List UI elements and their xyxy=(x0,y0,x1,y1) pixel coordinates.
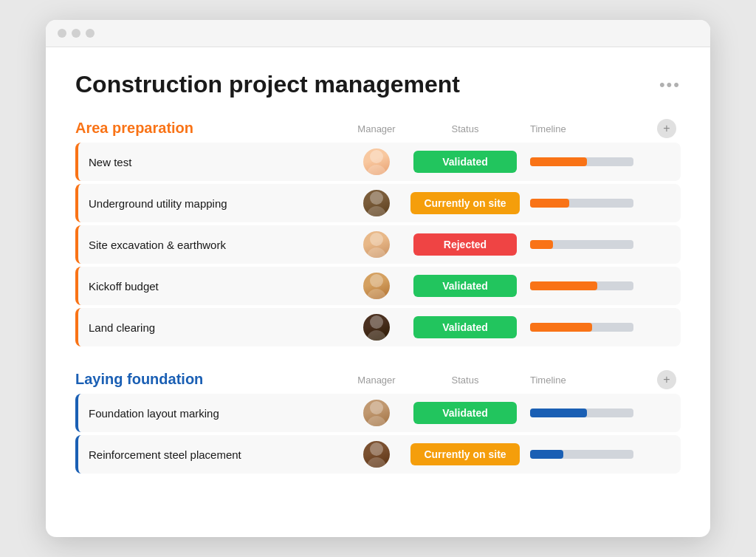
timeline-bar-bg xyxy=(530,281,633,290)
status-cell: Rejected xyxy=(406,233,524,256)
timeline-bar-fill xyxy=(530,240,553,249)
avatar-head xyxy=(370,274,383,287)
add-task-button-area-preparation[interactable]: + xyxy=(657,119,676,138)
avatar xyxy=(363,148,390,175)
status-badge: Validated xyxy=(413,316,517,338)
manager-cell xyxy=(347,400,406,426)
avatar-body xyxy=(367,457,386,468)
status-badge: Rejected xyxy=(413,233,517,256)
manager-cell xyxy=(347,441,406,468)
avatar-body xyxy=(367,289,386,299)
avatar-body xyxy=(367,330,386,341)
section-title-area-preparation: Area preparation xyxy=(75,120,347,138)
timeline-cell xyxy=(524,157,657,166)
task-name: Foundation layout marking xyxy=(78,407,347,420)
col-timeline-label: Timeline xyxy=(524,123,657,134)
timeline-bar-bg xyxy=(530,157,633,166)
timeline-cell xyxy=(524,323,657,332)
avatar-head xyxy=(370,191,383,205)
status-badge: Validated xyxy=(413,151,517,173)
table-row[interactable]: Site excavation & earthworkRejected xyxy=(75,225,681,264)
task-name: New test xyxy=(78,156,347,168)
section-title-laying-foundation: Laying foundation xyxy=(75,371,347,389)
avatar-body xyxy=(367,165,386,175)
avatar xyxy=(363,314,390,341)
col-status-label: Status xyxy=(406,123,524,134)
manager-cell xyxy=(347,148,406,175)
avatar-body xyxy=(367,206,386,216)
manager-cell xyxy=(347,314,406,341)
manager-cell xyxy=(347,190,406,216)
page-title: Construction project management xyxy=(75,71,460,98)
section-laying-foundation: Laying foundationManagerStatusTimeline+F… xyxy=(75,370,681,474)
timeline-cell xyxy=(524,240,657,249)
avatar-head xyxy=(370,150,383,163)
status-cell: Validated xyxy=(406,316,524,338)
status-cell: Currently on site xyxy=(406,192,524,214)
timeline-cell xyxy=(524,199,657,208)
section-area-preparation: Area preparationManagerStatusTimeline+Ne… xyxy=(75,119,681,346)
table-row[interactable]: Underground utility mappingCurrently on … xyxy=(75,184,681,222)
timeline-bar-bg xyxy=(530,240,633,249)
task-name: Underground utility mapping xyxy=(78,197,347,210)
avatar-body xyxy=(367,416,386,426)
add-task-button-laying-foundation[interactable]: + xyxy=(657,370,676,389)
col-manager-label: Manager xyxy=(347,375,406,386)
manager-cell xyxy=(347,273,406,299)
table-row[interactable]: Reinforcement steel placementCurrently o… xyxy=(75,435,681,474)
status-badge: Currently on site xyxy=(410,443,519,465)
col-timeline-label: Timeline xyxy=(524,375,657,386)
timeline-cell xyxy=(524,409,657,417)
timeline-bar-bg xyxy=(530,323,633,332)
avatar xyxy=(363,190,390,216)
avatar-body xyxy=(367,247,386,258)
timeline-bar-fill xyxy=(530,157,587,166)
timeline-bar-bg xyxy=(530,199,633,208)
avatar-head xyxy=(370,233,383,246)
avatar-head xyxy=(370,401,383,414)
table-row[interactable]: New testValidated xyxy=(75,143,681,181)
avatar-head xyxy=(370,315,383,329)
task-name: Reinforcement steel placement xyxy=(78,448,347,461)
manager-cell xyxy=(347,231,406,258)
avatar xyxy=(363,231,390,258)
task-name: Site excavation & earthwork xyxy=(78,239,347,251)
status-cell: Validated xyxy=(406,402,524,424)
status-cell: Currently on site xyxy=(406,443,524,465)
table-row[interactable]: Land clearingValidated xyxy=(75,308,681,346)
task-name: Land clearing xyxy=(78,321,347,334)
timeline-bar-fill xyxy=(530,323,592,332)
dot-red xyxy=(58,29,66,38)
section-header-area-preparation: Area preparationManagerStatusTimeline+ xyxy=(75,119,681,138)
dot-yellow xyxy=(72,29,80,38)
timeline-cell xyxy=(524,281,657,290)
dot-green xyxy=(86,29,94,38)
timeline-cell xyxy=(524,450,657,459)
timeline-bar-fill xyxy=(530,199,569,208)
window-body: Construction project management ••• Area… xyxy=(46,47,710,521)
timeline-bar-bg xyxy=(530,409,633,417)
col-status-label: Status xyxy=(406,375,524,386)
col-manager-label: Manager xyxy=(347,123,406,134)
task-name: Kickoff budget xyxy=(78,280,347,293)
avatar xyxy=(363,441,390,468)
app-window: Construction project management ••• Area… xyxy=(46,20,710,537)
timeline-bar-bg xyxy=(530,450,633,459)
titlebar xyxy=(46,20,710,47)
status-badge: Currently on site xyxy=(410,192,519,214)
more-options-button[interactable]: ••• xyxy=(659,75,681,95)
status-badge: Validated xyxy=(413,402,517,424)
table-row[interactable]: Kickoff budgetValidated xyxy=(75,267,681,305)
avatar xyxy=(363,400,390,426)
page-header: Construction project management ••• xyxy=(75,71,681,98)
status-cell: Validated xyxy=(406,151,524,173)
timeline-bar-fill xyxy=(530,450,563,459)
avatar-head xyxy=(370,442,383,456)
status-badge: Validated xyxy=(413,275,517,297)
avatar xyxy=(363,273,390,299)
sections-container: Area preparationManagerStatusTimeline+Ne… xyxy=(75,119,681,474)
status-cell: Validated xyxy=(406,275,524,297)
timeline-bar-fill xyxy=(530,281,597,290)
table-row[interactable]: Foundation layout markingValidated xyxy=(75,394,681,432)
timeline-bar-fill xyxy=(530,409,587,417)
